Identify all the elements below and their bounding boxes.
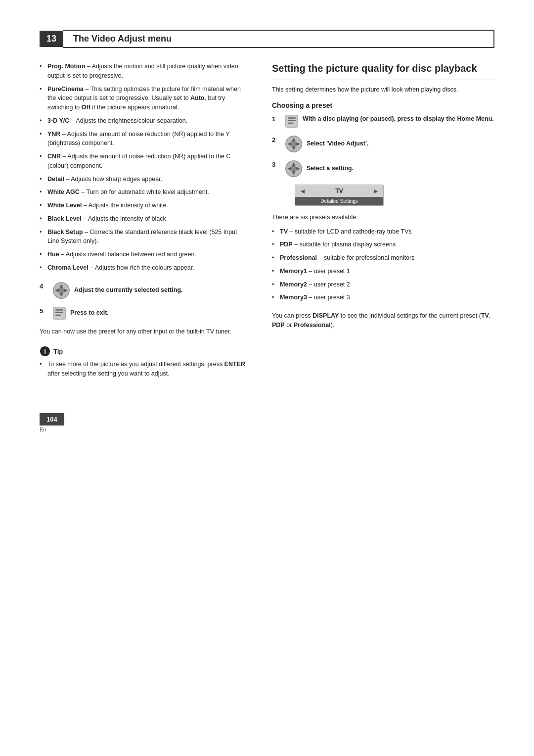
step-number-r1: 1 — [272, 115, 280, 123]
step-4: 4 Adjust the currently selected setting. — [40, 282, 247, 299]
list-item: Chroma Level – Adjusts how rich the colo… — [40, 263, 247, 273]
step-number-r3: 3 — [272, 161, 280, 168]
svg-rect-9 — [55, 314, 61, 316]
list-item: Prog. Motion – Adjusts the motion and st… — [40, 62, 247, 81]
presets-list: TV – suitable for LCD and cathode-ray tu… — [272, 227, 494, 303]
svg-rect-15 — [288, 122, 293, 124]
svg-rect-7 — [55, 309, 63, 311]
svg-point-17 — [291, 141, 297, 147]
list-item: PDP – suitable for plasma display screen… — [272, 240, 494, 249]
step-r2: 2 Select 'Video Adjust'. — [272, 135, 494, 153]
directional-icon-r3 — [285, 160, 303, 178]
preset-box: ◄ TV ► Detailed Settings — [295, 185, 384, 206]
step-number-r2: 2 — [272, 136, 280, 143]
preset-box-header: ◄ TV ► — [295, 185, 383, 197]
svg-rect-8 — [55, 312, 63, 313]
preset-box-sub: Detailed Settings — [295, 197, 383, 205]
presets-intro: There are six presets available: — [272, 213, 494, 222]
step-number-4: 4 — [40, 283, 47, 290]
list-item: White AGC – Turn on for automatic white … — [40, 188, 247, 197]
svg-text:i: i — [44, 348, 46, 355]
step-r3: 3 Select a setting. — [272, 160, 494, 178]
tip-icon: i — [40, 346, 50, 357]
page-number-area: 104 En — [40, 398, 247, 432]
list-item: White Level – Adjusts the intensity of w… — [40, 201, 247, 210]
home-menu-icon — [52, 306, 66, 320]
svg-rect-13 — [288, 117, 296, 119]
chapter-header: 13 The Video Adjust menu — [40, 30, 494, 48]
directional-icon — [52, 282, 70, 299]
home-menu-icon-r1 — [285, 114, 299, 128]
left-column: Prog. Motion – Adjusts the motion and st… — [40, 62, 247, 432]
arrow-left-icon: ◄ — [299, 187, 306, 195]
list-item: Memory2 – user preset 2 — [272, 280, 494, 289]
list-item: PureCinema – This setting optimizes the … — [40, 85, 247, 112]
list-item: Professional – suitable for professional… — [272, 253, 494, 263]
step-number-5: 5 — [40, 307, 47, 315]
chapter-number: 13 — [40, 31, 63, 47]
list-item: Black Level – Adjusts the intensity of b… — [40, 214, 247, 224]
right-column: Setting the picture quality for disc pla… — [272, 62, 494, 432]
list-item: CNR – Adjusts the amount of noise reduct… — [40, 152, 247, 171]
section-intro: This setting determines how the picture … — [272, 85, 494, 94]
subsection-heading: Choosing a preset — [272, 101, 494, 109]
list-item: Memory1 – user preset 1 — [272, 267, 494, 276]
step-5: 5 Press to exit. — [40, 306, 247, 320]
directional-icon-r2 — [285, 135, 303, 153]
svg-point-1 — [58, 287, 65, 293]
list-item: YNR – Adjusts the amount of noise reduct… — [40, 130, 247, 148]
chapter-title: The Video Adjust menu — [63, 30, 494, 48]
tip-title: i Tip — [40, 346, 247, 357]
page-lang: En — [40, 426, 247, 432]
step-5-text: Press to exit. — [70, 308, 109, 318]
section-title: Setting the picture quality for disc pla… — [272, 62, 494, 80]
preset-label: TV — [335, 188, 343, 194]
list-item: TV – suitable for LCD and cathode-ray tu… — [272, 227, 494, 236]
feature-list: Prog. Motion – Adjusts the motion and st… — [40, 62, 247, 273]
display-reference: You can press DISPLAY to see the individ… — [272, 311, 494, 330]
step-r3-text: Select a setting. — [307, 164, 354, 173]
step-r2-text: Select 'Video Adjust'. — [307, 139, 368, 148]
list-item: 3-D Y/C – Adjusts the brightness/colour … — [40, 116, 247, 126]
page-number: 104 — [40, 413, 64, 425]
svg-point-23 — [291, 165, 297, 172]
list-item: Black Setup – Corrects the standard refe… — [40, 228, 247, 246]
svg-rect-14 — [288, 120, 296, 121]
step-r1-text: With a disc playing (or paused), press t… — [303, 114, 494, 124]
arrow-right-icon: ► — [372, 187, 379, 195]
list-item: Memory3 – user preset 3 — [272, 293, 494, 302]
list-item: Hue – Adjusts overall balance between re… — [40, 250, 247, 259]
list-item: Detail – Adjusts how sharp edges appear. — [40, 175, 247, 184]
step-r1: 1 With a disc playing (or paused), press… — [272, 114, 494, 128]
tip-content: To see more of the picture as you adjust… — [40, 360, 247, 378]
main-content: Prog. Motion – Adjusts the motion and st… — [40, 62, 494, 432]
step-4-text: Adjust the currently selected setting. — [74, 285, 183, 295]
tip-box: i Tip To see more of the picture as you … — [40, 346, 247, 378]
step-5-followup: You can now use the preset for any other… — [40, 327, 247, 336]
